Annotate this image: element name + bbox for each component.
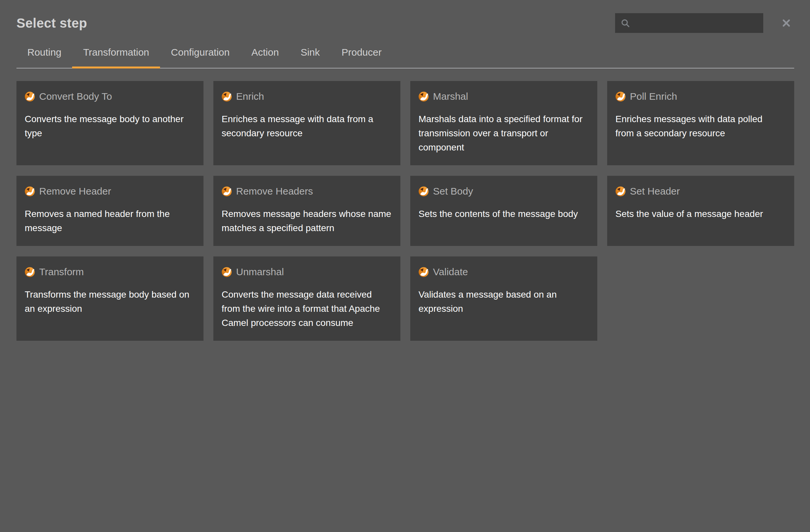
camel-icon [25,186,35,196]
tab-producer[interactable]: Producer [330,38,392,68]
step-card-set-body[interactable]: Set Body Sets the contents of the messag… [410,176,597,246]
camel-icon [419,186,429,196]
step-card-description: Sets the value of a message header [615,207,786,221]
step-card-description: Sets the contents of the message body [419,207,589,221]
camel-icon [222,186,232,196]
step-card-validate[interactable]: Validate Validates a message based on an… [410,256,597,341]
tab-sink[interactable]: Sink [290,38,330,68]
step-card-transform[interactable]: Transform Transforms the message body ba… [16,256,204,341]
tab-transformation[interactable]: Transformation [72,38,160,68]
step-card-title: Validate [433,266,468,277]
step-card-description: Validates a message based on an expressi… [419,287,589,316]
page-title: Select step [16,16,615,31]
close-icon [781,17,792,29]
close-button[interactable] [779,16,794,30]
search-input[interactable] [635,18,758,29]
step-card-description: Marshals data into a specified format fo… [419,112,589,155]
step-card-convert-body-to[interactable]: Convert Body To Converts the message bod… [16,81,204,165]
step-card-poll-enrich[interactable]: Poll Enrich Enriches messages with data … [607,81,794,165]
step-card-description: Converts the message body to another typ… [25,112,195,140]
camel-icon [615,92,626,102]
camel-icon [222,92,232,102]
step-card-description: Transforms the message body based on an … [25,287,195,316]
tab-action[interactable]: Action [240,38,289,68]
step-card-title: Enrich [236,91,264,102]
step-card-title: Transform [39,266,84,277]
step-card-grid: Convert Body To Converts the message bod… [16,81,794,341]
search-box[interactable] [615,13,763,33]
step-card-description: Removes a named header from the message [25,207,195,235]
tab-routing[interactable]: Routing [16,38,72,68]
step-card-unmarshal[interactable]: Unmarshal Converts the message data rece… [213,256,400,341]
step-card-title: Poll Enrich [630,91,677,102]
step-card-title: Unmarshal [236,266,284,277]
dialog-header: Select step [0,0,810,33]
camel-icon [222,267,232,277]
step-card-title: Remove Headers [236,186,313,197]
step-card-description: Enriches a message with data from a seco… [222,112,392,140]
select-step-dialog: Select step Routing Transformation Confi… [0,0,810,341]
step-card-set-header[interactable]: Set Header Sets the value of a message h… [607,176,794,246]
camel-icon [419,92,429,102]
step-card-remove-header[interactable]: Remove Header Removes a named header fro… [16,176,204,246]
step-card-title: Remove Header [39,186,111,197]
camel-icon [615,186,626,196]
camel-icon [25,92,35,102]
tab-configuration[interactable]: Configuration [160,38,240,68]
step-card-title: Marshal [433,91,468,102]
step-card-marshal[interactable]: Marshal Marshals data into a specified f… [410,81,597,165]
step-card-description: Converts the message data received from … [222,287,392,330]
step-card-remove-headers[interactable]: Remove Headers Removes message headers w… [213,176,400,246]
step-card-title: Convert Body To [39,91,112,102]
step-card-description: Removes message headers whose name match… [222,207,392,235]
step-card-title: Set Body [433,186,473,197]
search-icon [620,18,630,28]
camel-icon [25,267,35,277]
category-tabs: Routing Transformation Configuration Act… [16,38,794,68]
step-card-enrich[interactable]: Enrich Enriches a message with data from… [213,81,400,165]
step-card-description: Enriches messages with data polled from … [615,112,786,140]
camel-icon [419,267,429,277]
step-card-title: Set Header [630,186,680,197]
